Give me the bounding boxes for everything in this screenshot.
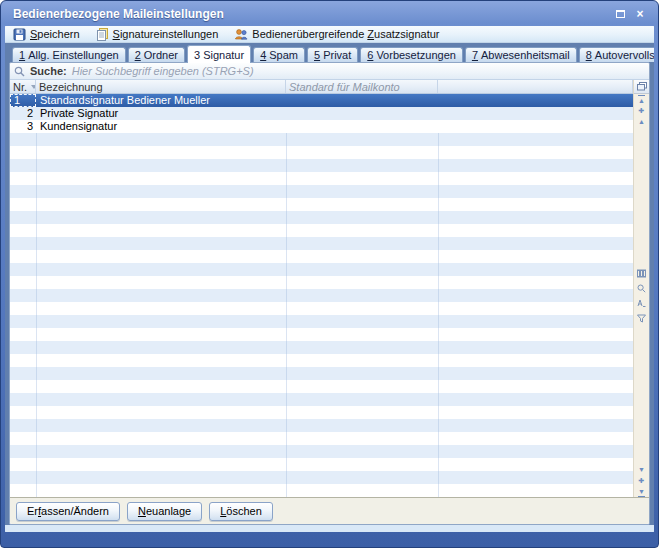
column-header-empty <box>438 80 633 93</box>
document-icon <box>96 28 109 41</box>
grid-header: Nr. Bezeichnung Standard für Mailkonto <box>10 80 633 94</box>
global-extra-signature-button[interactable]: Bedienerübergreifende Zusatzsignatur <box>234 28 439 41</box>
tab-ordner[interactable]: 2Ordner <box>128 47 185 62</box>
client-bottom-margin <box>5 525 654 532</box>
scroll-down-button[interactable]: ▼ <box>635 464 649 475</box>
jump-up-icon: ✚ <box>639 106 645 115</box>
main-area: 1Allg. Einstellungen 2Ordner 3Signatur 4… <box>5 43 654 525</box>
table-row-1[interactable]: 1 Standardsignatur Bediener Mueller <box>10 94 633 107</box>
row-1-bezeichnung: Standardsignatur Bediener Mueller <box>36 94 286 107</box>
filter-icon <box>637 314 646 323</box>
edit-button[interactable]: Erfassen/Ändern <box>16 502 120 521</box>
columns-icon <box>637 269 646 278</box>
search-icon <box>14 66 25 77</box>
zoom-tool-button[interactable] <box>635 283 649 294</box>
column-header-nr[interactable]: Nr. <box>10 80 36 93</box>
grid-body: Nr. Bezeichnung Standard für Mailkonto 1… <box>10 80 633 497</box>
find-icon <box>637 299 646 308</box>
arrow-up-icon: ▲ <box>638 117 645 126</box>
scroll-bottom-icon: ▼ <box>638 487 645 497</box>
save-button[interactable]: Speichern <box>13 28 80 41</box>
close-button[interactable]: × <box>632 7 648 21</box>
close-icon: × <box>636 9 643 19</box>
save-icon <box>13 28 26 41</box>
search-input[interactable]: Suche: Hier Suchbegriff eingeben (STRG+S… <box>10 63 649 80</box>
jump-up-button[interactable]: ✚ <box>635 105 649 116</box>
table-row-3[interactable]: 3 Kundensignatur <box>10 120 633 133</box>
action-buttons-bar: Erfassen/Ändern Neuanlage Löschen <box>10 497 649 524</box>
column-header-standard[interactable]: Standard für Mailkonto <box>286 80 438 93</box>
signature-grid: Nr. Bezeichnung Standard für Mailkonto 1… <box>10 80 649 497</box>
restore-icon <box>616 10 625 18</box>
magnifier-icon <box>637 284 646 293</box>
tab-abwesenheitsmail[interactable]: 7Abwesenheitsmail <box>465 47 577 62</box>
empty-rows-area <box>10 133 633 497</box>
delete-button[interactable]: Löschen <box>209 502 273 521</box>
signature-settings-button[interactable]: Signatureinstellungen <box>96 28 219 41</box>
tab-strip: 1Allg. Einstellungen 2Ordner 3Signatur 4… <box>9 43 650 62</box>
column-header-bezeichnung[interactable]: Bezeichnung <box>36 80 286 93</box>
filter-tool-button[interactable] <box>635 313 649 324</box>
scroll-to-bottom-button[interactable]: ▼ <box>635 486 649 497</box>
arrow-down-icon: ▼ <box>638 465 645 474</box>
tab-spam[interactable]: 4Spam <box>253 47 305 62</box>
columns-tool-button[interactable] <box>635 268 649 279</box>
column-chooser-icon <box>637 82 647 91</box>
scroll-up-button[interactable]: ▲ <box>635 116 649 127</box>
search-placeholder: Hier Suchbegriff eingeben (STRG+S) <box>72 65 254 77</box>
row-2-nr: 2 <box>10 107 36 120</box>
new-button[interactable]: Neuanlage <box>127 502 202 521</box>
jump-down-button[interactable]: ✚ <box>635 475 649 486</box>
toolbar: Speichern Signatureinstellungen <box>5 26 654 43</box>
users-icon <box>234 28 248 41</box>
find-tool-button[interactable] <box>635 298 649 309</box>
tab-autovervollstaendigung[interactable]: 8Autovervollständigung <box>579 47 654 62</box>
search-label: Suche: <box>30 65 67 77</box>
restore-button[interactable] <box>612 7 628 21</box>
row-3-bezeichnung: Kundensignatur <box>36 120 286 133</box>
row-1-nr: 1 <box>10 94 36 107</box>
title-bar: Bedienerbezogene Maileinstellungen × <box>5 3 654 26</box>
tab-privat[interactable]: 5Privat <box>307 47 358 62</box>
grid-tools <box>635 268 649 324</box>
scroll-to-top-button[interactable]: ▲ <box>635 94 649 105</box>
tab-allg-einstellungen[interactable]: 1Allg. Einstellungen <box>12 47 126 62</box>
window-title: Bedienerbezogene Maileinstellungen <box>13 7 608 21</box>
row-2-bezeichnung: Private Signatur <box>36 107 286 120</box>
row-2-standard <box>286 107 438 120</box>
row-1-standard <box>286 94 438 107</box>
signature-panel: Suche: Hier Suchbegriff eingeben (STRG+S… <box>9 62 650 525</box>
scroll-top-icon: ▲ <box>638 95 645 105</box>
row-3-standard <box>286 120 438 133</box>
row-3-nr: 3 <box>10 120 36 133</box>
scroll-strip: ▲ ✚ ▲ <box>633 80 649 497</box>
table-row-2[interactable]: 2 Private Signatur <box>10 107 633 120</box>
dialog-window: Bedienerbezogene Maileinstellungen × <box>0 0 659 548</box>
column-chooser-button[interactable] <box>634 80 649 94</box>
jump-down-icon: ✚ <box>639 476 645 485</box>
tab-vorbesetzungen[interactable]: 6Vorbesetzungen <box>360 47 463 62</box>
tab-signatur[interactable]: 3Signatur <box>187 45 251 63</box>
